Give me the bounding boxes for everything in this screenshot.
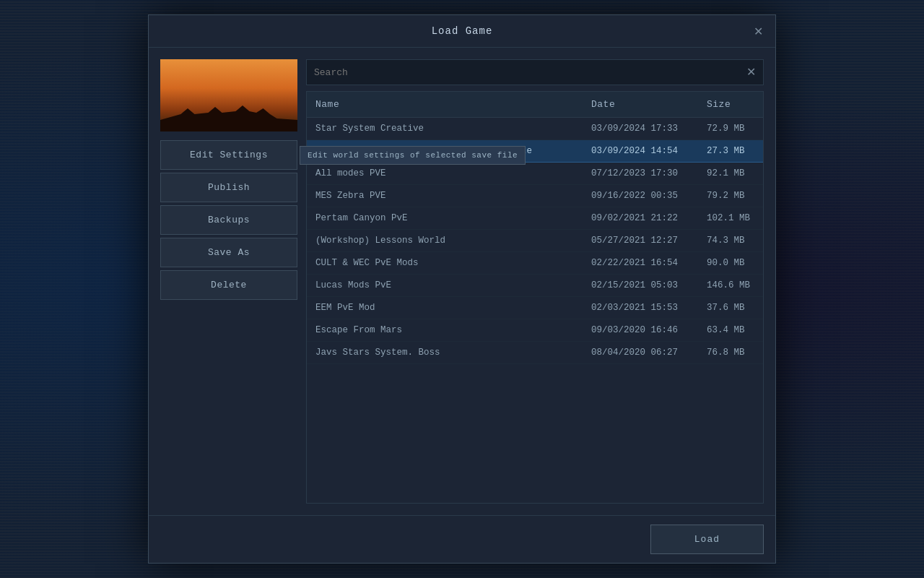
dialog-footer: Load bbox=[149, 515, 775, 563]
cell-date: 02/22/2021 16:54 bbox=[583, 252, 698, 275]
cell-name: Javs Stars System. Boss bbox=[307, 342, 583, 364]
cell-size: 102.1 MB bbox=[698, 207, 763, 230]
cell-name: Star System Creative bbox=[307, 118, 583, 140]
title-bar: Load Game ✕ bbox=[149, 15, 775, 48]
cell-date: 09/16/2022 00:35 bbox=[583, 185, 698, 207]
load-button[interactable]: Load bbox=[650, 525, 764, 554]
table-row[interactable]: CULT & WEC PvE Mods02/22/2021 16:5490.0 … bbox=[307, 252, 763, 275]
table-row[interactable]: Lucas Mods PvE02/15/2021 05:03146.6 MB bbox=[307, 275, 763, 297]
cell-name: (Workshop) Lessons World bbox=[307, 230, 583, 252]
cell-date: 03/09/2024 14:54 bbox=[583, 140, 698, 163]
search-clear-button[interactable]: ✕ bbox=[746, 66, 756, 78]
dialog-content: Edit Settings Edit world settings of sel… bbox=[149, 48, 775, 515]
cell-name: Escape From Mars bbox=[307, 319, 583, 342]
cell-name: CULT & WEC PvE Mods bbox=[307, 252, 583, 275]
cell-name: Lucas Mods PvE bbox=[307, 275, 583, 297]
cell-size: 79.2 MB bbox=[698, 185, 763, 207]
table-row[interactable]: Javs Stars System. Boss08/04/2020 06:277… bbox=[307, 342, 763, 364]
col-header-size: Size bbox=[698, 92, 763, 118]
cell-size: 63.4 MB bbox=[698, 319, 763, 342]
backups-button[interactable]: Backups bbox=[160, 205, 297, 235]
table-row[interactable]: Pertam Canyon PvE09/02/2021 21:22102.1 M… bbox=[307, 207, 763, 230]
cell-size: 74.3 MB bbox=[698, 230, 763, 252]
dialog-title: Load Game bbox=[432, 25, 493, 37]
cell-date: 02/03/2021 15:53 bbox=[583, 297, 698, 319]
search-bar: ✕ bbox=[306, 59, 764, 85]
cell-date: 07/12/2023 17:30 bbox=[583, 163, 698, 185]
save-files-table-container[interactable]: Name Date Size Star System Creative03/09… bbox=[306, 91, 764, 504]
cell-name: (Workshop) Escape From Mars Wico [Update bbox=[307, 140, 583, 163]
cell-date: 05/27/2021 12:27 bbox=[583, 230, 698, 252]
cell-name: Pertam Canyon PvE bbox=[307, 207, 583, 230]
cell-size: 72.9 MB bbox=[698, 118, 763, 140]
cell-date: 08/04/2020 06:27 bbox=[583, 342, 698, 364]
col-header-date: Date bbox=[583, 92, 698, 118]
cell-size: 92.1 MB bbox=[698, 163, 763, 185]
table-header-row: Name Date Size bbox=[307, 92, 763, 118]
cell-date: 02/15/2021 05:03 bbox=[583, 275, 698, 297]
cell-date: 09/02/2021 21:22 bbox=[583, 207, 698, 230]
delete-button[interactable]: Delete bbox=[160, 270, 297, 300]
cell-size: 27.3 MB bbox=[698, 140, 763, 163]
cell-name: MES Zebra PVE bbox=[307, 185, 583, 207]
edit-settings-button[interactable]: Edit Settings Edit world settings of sel… bbox=[160, 140, 297, 170]
right-panel: ✕ Name Date Size Star System Creative03/… bbox=[306, 59, 764, 504]
table-row[interactable]: Star System Creative03/09/2024 17:3372.9… bbox=[307, 118, 763, 140]
table-row[interactable]: Escape From Mars09/03/2020 16:4663.4 MB bbox=[307, 319, 763, 342]
save-as-button[interactable]: Save As bbox=[160, 238, 297, 267]
save-thumbnail bbox=[160, 59, 297, 131]
table-row[interactable]: EEM PvE Mod02/03/2021 15:5337.6 MB bbox=[307, 297, 763, 319]
search-input[interactable] bbox=[314, 67, 746, 78]
cell-date: 09/03/2020 16:46 bbox=[583, 319, 698, 342]
cell-size: 90.0 MB bbox=[698, 252, 763, 275]
cell-name: All modes PVE bbox=[307, 163, 583, 185]
left-panel: Edit Settings Edit world settings of sel… bbox=[160, 59, 297, 504]
close-button[interactable]: ✕ bbox=[749, 22, 767, 40]
cell-size: 76.8 MB bbox=[698, 342, 763, 364]
table-row[interactable]: (Workshop) Escape From Mars Wico [Update… bbox=[307, 140, 763, 163]
load-game-dialog: Load Game ✕ Edit Settings Edit world set… bbox=[148, 14, 776, 564]
publish-button[interactable]: Publish bbox=[160, 173, 297, 202]
table-row[interactable]: MES Zebra PVE09/16/2022 00:3579.2 MB bbox=[307, 185, 763, 207]
table-row[interactable]: All modes PVE07/12/2023 17:3092.1 MB bbox=[307, 163, 763, 185]
cell-name: EEM PvE Mod bbox=[307, 297, 583, 319]
cell-size: 146.6 MB bbox=[698, 275, 763, 297]
col-header-name: Name bbox=[307, 92, 583, 118]
table-body: Star System Creative03/09/2024 17:3372.9… bbox=[307, 118, 763, 364]
cell-size: 37.6 MB bbox=[698, 297, 763, 319]
cell-date: 03/09/2024 17:33 bbox=[583, 118, 698, 140]
save-files-table: Name Date Size Star System Creative03/09… bbox=[307, 92, 763, 364]
table-row[interactable]: (Workshop) Lessons World05/27/2021 12:27… bbox=[307, 230, 763, 252]
